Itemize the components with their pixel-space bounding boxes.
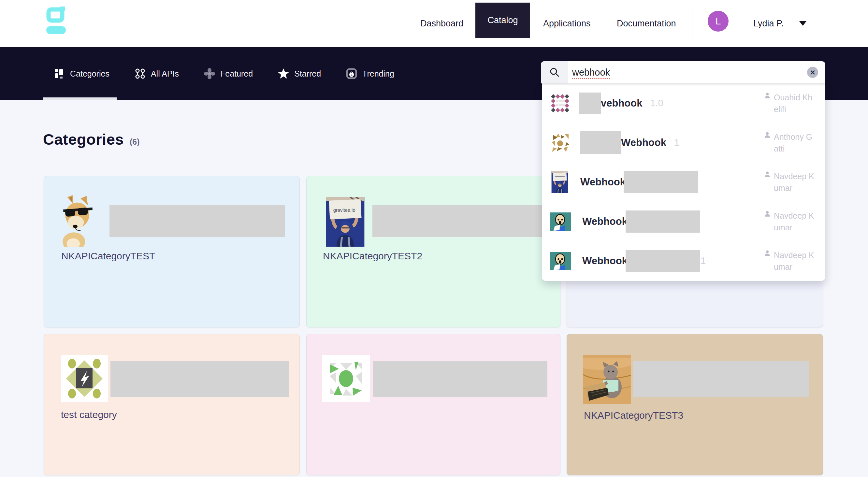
pinwheel-image (322, 355, 370, 402)
author-name: Navdeep Kumar (774, 210, 815, 233)
result-version: 1 (701, 255, 706, 266)
result-author: Navdeep Kumar (764, 249, 815, 273)
gravitee-logo[interactable] (45, 6, 66, 35)
sign-text: gravitee.io (333, 208, 355, 213)
category-count: (6) (130, 137, 140, 147)
user-name[interactable]: Lydia P. (753, 0, 784, 47)
nav-item-catalog[interactable]: Catalog (475, 3, 530, 38)
top-navbar: Dashboard Catalog Applications Documenta… (0, 0, 868, 47)
ornament-image (61, 355, 108, 402)
search-result-row[interactable]: Webhook Navdeep Kumar (542, 202, 825, 241)
avatar[interactable]: L (708, 11, 728, 32)
trending-icon (346, 68, 358, 80)
category-card-nkapicategorytest2[interactable]: gravitee.io NKAPICategoryTEST2 (306, 176, 560, 327)
tab-label: Trending (362, 69, 394, 78)
result-author: Ouahid Khelifi (764, 91, 815, 115)
starred-icon (278, 68, 289, 80)
category-name: NKAPICategoryTEST2 (323, 251, 422, 262)
person-icon (764, 210, 771, 217)
person-icon (764, 131, 771, 138)
redacted-text-block (579, 93, 601, 114)
search-result-row[interactable]: Webhook 1 Anthony Gatti (542, 123, 825, 162)
clear-search-button[interactable]: ✕ (807, 67, 818, 78)
gravitee-photo-icon (550, 171, 569, 193)
chevron-down-icon[interactable] (799, 21, 807, 27)
result-version: 1.0 (650, 98, 663, 108)
api-search-box[interactable]: webhook ✕ (541, 61, 825, 84)
category-card-nkapicategorytest3[interactable]: NKAPICategoryTEST3 (567, 334, 823, 475)
cat-laptop-image (583, 355, 631, 404)
tab-label: Starred (294, 69, 321, 78)
redacted-text-block (373, 361, 548, 397)
gold-pinwheel-icon (550, 133, 570, 153)
nav-item-documentation[interactable]: Documentation (617, 0, 676, 47)
categories-icon (54, 68, 65, 79)
all-apis-icon (134, 68, 146, 80)
person-icon (764, 170, 771, 178)
category-name: NKAPICategoryTEST3 (584, 410, 683, 421)
page-title: Categories (43, 130, 124, 148)
search-result-row[interactable]: vebhook 1.0 Ouahid Khelifi (542, 84, 825, 123)
result-title: Webhook (621, 137, 666, 149)
page-heading: Categories (6) (43, 130, 140, 148)
header-divider (692, 4, 692, 40)
redacted-text-block (626, 211, 700, 233)
author-name: Ouahid Khelifi (774, 91, 815, 115)
redacted-text-block (624, 171, 698, 193)
teal-character-icon (550, 213, 571, 231)
tab-label: All APIs (151, 69, 179, 78)
tab-label: Featured (220, 69, 253, 78)
search-result-row[interactable]: Webhook Navdeep Kumar (542, 162, 825, 202)
tab-trending[interactable]: Trending (346, 68, 394, 80)
tab-featured[interactable]: Featured (204, 68, 253, 80)
diamond-pattern-icon (550, 94, 570, 113)
author-name: Anthony Gatti (774, 131, 815, 154)
redacted-text-block (633, 361, 809, 397)
tab-starred[interactable]: Starred (278, 68, 321, 80)
result-title: vebhook (601, 97, 642, 109)
author-name: Navdeep Kumar (774, 249, 815, 273)
result-version: 1 (674, 137, 679, 148)
category-name: NKAPICategoryTEST (61, 251, 155, 262)
featured-icon (204, 68, 215, 80)
result-author: Navdeep Kumar (764, 170, 815, 194)
person-icon (764, 91, 771, 99)
developer-portal-app: Dashboard Catalog Applications Documenta… (0, 0, 868, 477)
category-card-test-category[interactable]: test category (44, 334, 300, 475)
search-icon (549, 67, 560, 78)
gravitee-sign-photo: gravitee.io (326, 197, 365, 247)
author-name: Navdeep Kumar (774, 170, 815, 194)
redacted-text-block (626, 250, 700, 272)
person-icon (764, 249, 771, 257)
category-name: test category (61, 409, 117, 420)
redacted-text-block (372, 205, 545, 237)
category-card-pink[interactable] (306, 334, 560, 475)
search-result-row[interactable]: Webhook 1 Navdeep Kumar (542, 241, 825, 281)
redacted-text-block (111, 361, 289, 397)
search-results-dropdown: vebhook 1.0 Ouahid Khelifi (542, 84, 825, 281)
result-author: Navdeep Kumar (764, 210, 815, 233)
result-author: Anthony Gatti (764, 131, 815, 154)
result-title: Webhook (580, 176, 626, 188)
gravitee-logo-icon (45, 6, 66, 35)
nav-item-applications[interactable]: Applications (543, 0, 591, 47)
teal-character-icon (550, 252, 571, 270)
redacted-text-block (110, 205, 285, 237)
search-icon-zone (541, 61, 568, 84)
category-card-nkapicategorytest[interactable]: NKAPICategoryTEST (44, 176, 300, 327)
tab-all-apis[interactable]: All APIs (134, 68, 179, 80)
result-title: Webhook (582, 216, 627, 227)
result-title: Webhook (582, 255, 627, 267)
nav-item-dashboard[interactable]: Dashboard (420, 0, 463, 47)
tab-label: Categories (70, 69, 110, 78)
doge-image (61, 195, 94, 247)
search-input[interactable]: webhook (572, 67, 610, 78)
tab-categories[interactable]: Categories (54, 68, 110, 79)
redacted-text-block (580, 131, 621, 154)
active-tab-indicator (43, 97, 117, 100)
